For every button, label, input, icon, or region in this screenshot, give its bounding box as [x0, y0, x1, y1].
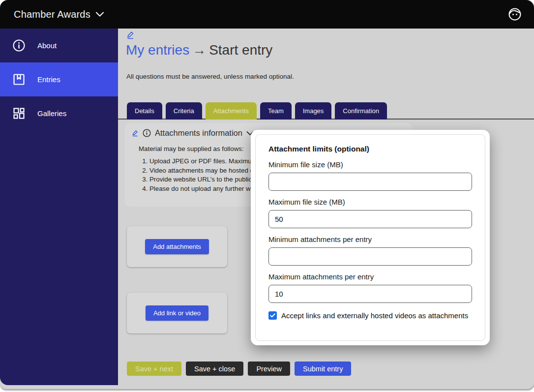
top-bar: Chamber Awards — [0, 0, 534, 29]
modal-inner-panel: Attachment limits (optional) Minimum fil… — [255, 134, 485, 341]
max-file-size-input[interactable] — [268, 210, 472, 228]
sidebar-item-label: About — [37, 41, 57, 50]
account-face-icon[interactable] — [507, 7, 522, 22]
field-label-max-file-size: Maximum file size (MB) — [268, 198, 472, 206]
tab-criteria[interactable]: Criteria — [166, 102, 202, 120]
tab-bar: Details Criteria Attachments Team Images… — [127, 102, 387, 120]
add-link-or-video-button[interactable]: Add link or video — [146, 305, 208, 321]
main-content: My entries→Start entry All questions mus… — [118, 29, 534, 385]
min-file-size-input[interactable] — [268, 173, 472, 191]
page-title-text: Start entry — [209, 42, 272, 58]
modal-title: Attachment limits (optional) — [268, 145, 472, 153]
add-attachments-button[interactable]: Add attachments — [145, 239, 209, 254]
add-link-card: Add link or video — [127, 293, 227, 333]
min-attachments-input[interactable] — [268, 247, 472, 266]
add-attachments-card: Add attachments — [127, 226, 227, 267]
edit-pencil-icon[interactable] — [132, 129, 139, 137]
sidebar-item-label: Galleries — [37, 109, 66, 118]
sidebar-item-entries[interactable]: Entries — [0, 62, 118, 96]
footer-actions: Save + next Save + close Preview Submit … — [127, 362, 351, 376]
tab-images[interactable]: Images — [295, 102, 332, 120]
page-title: My entries→Start entry — [126, 42, 272, 58]
breadcrumb-my-entries-link[interactable]: My entries — [126, 42, 189, 58]
submit-entry-button[interactable]: Submit entry — [295, 362, 351, 376]
tab-confirmation[interactable]: Confirmation — [335, 102, 387, 120]
breadcrumb-arrow: → — [189, 42, 209, 58]
checkbox-label: Accept links and externally hosted video… — [281, 311, 468, 320]
sidebar-item-about[interactable]: About — [0, 29, 118, 62]
sidebar: About Entries Galleries — [0, 29, 118, 385]
bookmark-book-icon — [12, 73, 26, 86]
field-label-max-attachments: Maximum attachments per entry — [268, 272, 472, 281]
tab-team[interactable]: Team — [260, 102, 292, 120]
max-attachments-input[interactable] — [268, 285, 472, 303]
chevron-down-icon — [95, 11, 104, 17]
edit-page-pencil-icon[interactable] — [126, 30, 135, 39]
accept-links-checkbox-row[interactable]: Accept links and externally hosted video… — [268, 311, 472, 320]
info-circle-icon — [143, 129, 151, 137]
app-title-menu[interactable]: Chamber Awards — [14, 9, 104, 20]
info-circle-icon — [12, 39, 26, 52]
app-window: Chamber Awards About — [0, 0, 534, 389]
app-title: Chamber Awards — [14, 9, 90, 20]
sidebar-item-galleries[interactable]: Galleries — [0, 96, 118, 130]
field-label-min-file-size: Minimum file size (MB) — [268, 160, 472, 169]
save-next-button[interactable]: Save + next — [127, 362, 181, 376]
save-close-button[interactable]: Save + close — [186, 362, 243, 376]
sidebar-item-label: Entries — [37, 75, 60, 84]
field-label-min-attachments: Minimum attachments per entry — [268, 235, 472, 243]
dashboard-grid-icon — [12, 107, 26, 120]
tab-details[interactable]: Details — [127, 102, 162, 120]
accept-links-checkbox[interactable] — [268, 311, 277, 320]
attachment-limits-modal: Attachment limits (optional) Minimum fil… — [251, 130, 490, 345]
page-note: All questions must be answered, unless m… — [126, 73, 294, 80]
tab-attachments[interactable]: Attachments — [206, 102, 257, 120]
preview-button[interactable]: Preview — [248, 362, 290, 376]
section-title: Attachments information — [155, 128, 242, 138]
